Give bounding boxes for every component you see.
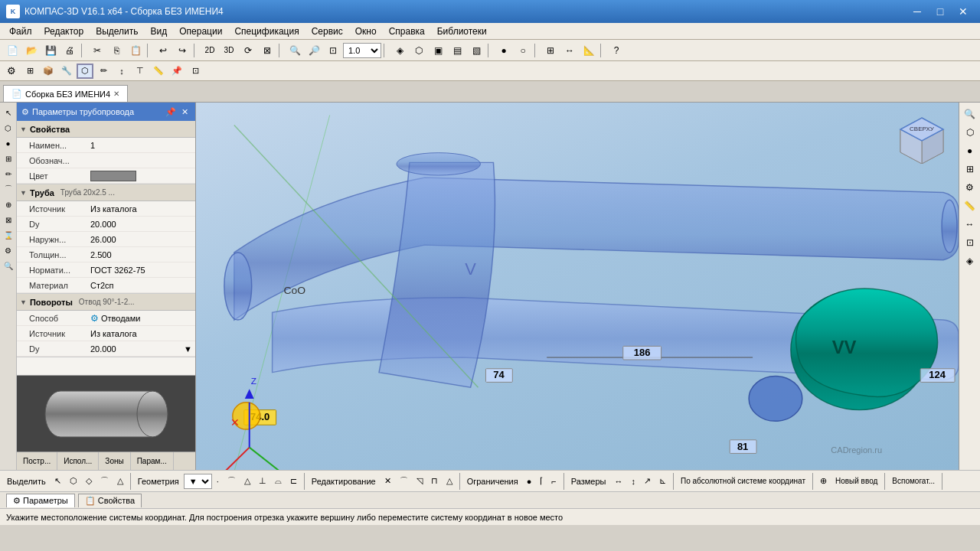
li-6[interactable]: ⌒ — [2, 182, 15, 196]
view-std-btn[interactable]: ◈ — [390, 42, 409, 59]
view-front-btn[interactable]: ▣ — [429, 42, 447, 59]
li-7[interactable]: ⊕ — [2, 197, 15, 211]
redo-btn[interactable]: ↪ — [173, 42, 191, 59]
view-top-btn[interactable]: ▤ — [448, 42, 466, 59]
menu-select[interactable]: Выделить — [90, 24, 144, 38]
open-btn[interactable]: 📂 — [22, 42, 41, 59]
2d-btn[interactable]: 2D — [201, 42, 219, 59]
menu-libs[interactable]: Библиотеки — [431, 24, 493, 38]
bt-g3[interactable]: △ — [240, 473, 254, 490]
rt-btn6[interactable]: 📏 — [962, 197, 978, 214]
t2-btn9[interactable]: 📏 — [150, 64, 167, 79]
save-btn[interactable]: 💾 — [41, 42, 60, 59]
bt-g6[interactable]: ⊏ — [286, 473, 301, 490]
menu-service[interactable]: Сервис — [305, 24, 349, 38]
pbtab-0[interactable]: Постр... — [17, 452, 57, 470]
t2-btn8[interactable]: ⊤ — [132, 64, 149, 79]
li-11[interactable]: 🔍 — [2, 259, 15, 272]
bt-s3[interactable]: ⌒ — [96, 473, 113, 490]
help-btn[interactable]: ? — [607, 42, 626, 59]
pipe-source-row[interactable]: Источник Из каталога — [17, 201, 195, 217]
li-9[interactable]: ⌛ — [2, 228, 15, 242]
prop-name-row[interactable]: Наимен... 1 — [17, 138, 195, 153]
bt-geo-label[interactable]: Геометрия — [134, 473, 183, 490]
view-side-btn[interactable]: ▧ — [467, 42, 485, 59]
section-bends-header[interactable]: ▼ Повороты Отвод 90°-1-2... — [17, 294, 195, 311]
viewport-3d[interactable]: VV V 186 124 74.0 74 81 CoO — [196, 103, 959, 470]
bt-s1[interactable]: ⬡ — [66, 473, 81, 490]
zoom-out-btn[interactable]: 🔎 — [305, 42, 323, 59]
bt-newinput-label[interactable]: Новый ввод — [831, 473, 881, 490]
prop-code-row[interactable]: Обознач... — [17, 153, 195, 168]
menu-view[interactable]: Вид — [145, 24, 174, 38]
bt-coord-label[interactable]: По абсолютной системе координат — [677, 473, 809, 490]
zoom-combo[interactable]: 1.0 0.5 2.0 — [343, 43, 381, 58]
menu-window[interactable]: Окно — [349, 24, 383, 38]
bt-g1[interactable]: · — [213, 473, 223, 490]
li-2[interactable]: ⬡ — [2, 121, 15, 135]
3d-btn[interactable]: 3D — [220, 42, 238, 59]
li-3[interactable]: ● — [2, 136, 15, 150]
t2-btn10[interactable]: 📌 — [168, 64, 185, 79]
li-5[interactable]: ✏ — [2, 167, 15, 181]
li-8[interactable]: ⊠ — [2, 213, 15, 227]
fit-btn[interactable]: ⊡ — [324, 42, 342, 59]
view-cube[interactable]: СВЕРХУ — [897, 114, 947, 164]
cut-btn[interactable]: ✂ — [88, 42, 106, 59]
bt-c2[interactable]: ⌈ — [536, 473, 547, 490]
t2-btn5[interactable]: ⬡ — [77, 64, 93, 79]
bt-e4[interactable]: ⊓ — [427, 473, 442, 490]
bt-e3[interactable]: ◹ — [413, 473, 426, 490]
rt-btn1[interactable]: 🔍 — [962, 106, 978, 122]
li-1[interactable]: ↖ — [2, 106, 15, 119]
rt-btn5[interactable]: ⚙ — [962, 179, 978, 196]
tab-close-btn[interactable]: ✕ — [113, 90, 119, 98]
wire-btn[interactable]: ○ — [514, 42, 532, 59]
pipe-norm-row[interactable]: Нормати... ГОСТ 3262-75 — [17, 262, 195, 278]
bt-s2[interactable]: ◇ — [82, 473, 96, 490]
panel-pin-btn[interactable]: 📌 — [165, 106, 177, 118]
bt-d2[interactable]: ↕ — [628, 473, 640, 490]
pipe-dy-row[interactable]: Dy 20.000 — [17, 217, 195, 232]
paste-btn[interactable]: 📋 — [126, 42, 145, 59]
layers-btn[interactable]: ⊞ — [541, 42, 560, 59]
li-4[interactable]: ⊞ — [2, 152, 15, 165]
menu-operations[interactable]: Операции — [173, 24, 228, 38]
bend-dy-row[interactable]: Dy 20.000 ▼ — [17, 341, 195, 357]
t2-btn7[interactable]: ↕ — [113, 64, 130, 79]
bt-e1[interactable]: ✕ — [381, 473, 395, 490]
t2-btn11[interactable]: ⊡ — [187, 64, 204, 79]
bt-d1[interactable]: ↔ — [611, 473, 627, 490]
t2-btn4[interactable]: 🔧 — [58, 64, 75, 79]
view-iso-btn[interactable]: ⬡ — [410, 42, 428, 59]
print-btn[interactable]: 🖨 — [60, 42, 79, 59]
bt-g2[interactable]: ⌒ — [224, 473, 240, 490]
bend-source-row[interactable]: Источник Из каталога — [17, 326, 195, 341]
menu-file[interactable]: Файл — [3, 24, 38, 38]
measure2-btn[interactable]: 📐 — [580, 42, 598, 59]
bt-c1[interactable]: ● — [523, 473, 536, 490]
t2-btn1[interactable]: ⚙ — [3, 64, 20, 79]
bt-e5[interactable]: △ — [443, 473, 456, 490]
copy-btn[interactable]: ⎘ — [107, 42, 126, 59]
t2-btn3[interactable]: 📦 — [40, 64, 57, 79]
new-btn[interactable]: 📄 — [3, 42, 21, 59]
bt-newinput-icon[interactable]: ⊕ — [816, 473, 831, 490]
bt-help-label[interactable]: Вспомогат... — [888, 473, 939, 490]
bt-cursor-icon[interactable]: ↖ — [51, 473, 65, 490]
ib-tab-params[interactable]: ⚙ Параметры — [6, 494, 75, 507]
dim-btn[interactable]: ↔ — [560, 42, 579, 59]
bt-g5[interactable]: ⌓ — [271, 473, 286, 490]
li-10[interactable]: ⚙ — [2, 243, 15, 257]
pbtab-3[interactable]: Парам... — [131, 452, 174, 470]
menu-edit[interactable]: Редактор — [38, 24, 90, 38]
rt-btn2[interactable]: ⬡ — [962, 124, 978, 141]
section-btn[interactable]: ⊠ — [258, 42, 276, 59]
bt-geo-dropdown[interactable]: ▼ — [184, 474, 212, 489]
prop-color-row[interactable]: Цвет — [17, 168, 195, 184]
rotate-btn[interactable]: ⟳ — [239, 42, 257, 59]
bt-s4[interactable]: △ — [113, 473, 127, 490]
section-props-header[interactable]: ▼ Свойства — [17, 121, 195, 138]
pipe-mat-row[interactable]: Материал Ст2сп — [17, 278, 195, 293]
section-pipe-header[interactable]: ▼ Труба Труба 20x2.5 ... — [17, 184, 195, 201]
